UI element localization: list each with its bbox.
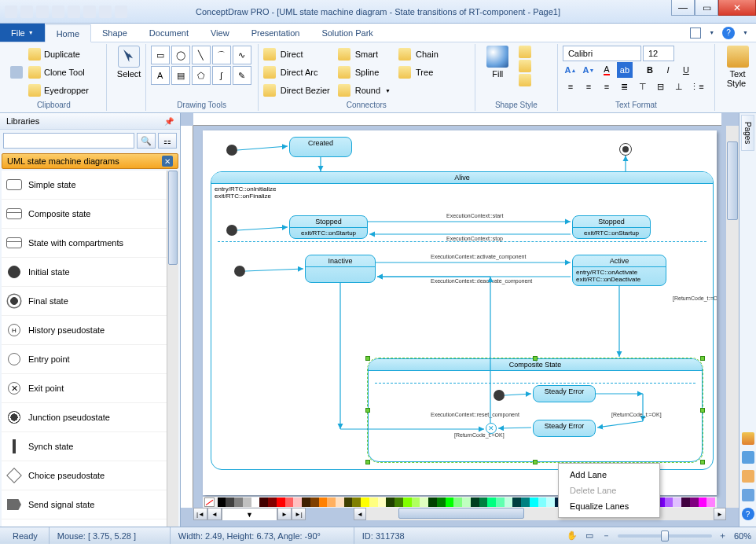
state-steady-error-1[interactable]: Steady Error [533,385,596,402]
color-swatch[interactable] [403,497,412,507]
library-item[interactable]: Choice pseudostate [2,461,178,490]
font-color-button[interactable]: A [599,62,615,78]
fit-page-icon[interactable]: ▭ [583,530,596,542]
no-color-swatch[interactable] [204,497,215,507]
duplicate-button[interactable]: Duplicate [28,46,101,63]
rt-tool-3[interactable] [742,470,754,483]
valign-mid-button[interactable]: ⊟ [653,79,669,94]
tool-rect[interactable]: ▭ [151,46,170,64]
state-composite[interactable]: Composite State [368,358,703,462]
selection-handle[interactable] [533,356,538,361]
color-swatch[interactable] [226,497,234,507]
highlight-button[interactable]: ab [617,62,633,78]
pin-icon[interactable]: 📌 [164,117,174,126]
state-active[interactable]: Activeentry/RTC::onActivateexit/RTC::onD… [572,255,666,286]
scrollbar-thumb[interactable] [168,171,178,265]
color-swatch[interactable] [505,497,513,507]
selection-handle[interactable] [700,356,705,361]
align-center-button[interactable]: ≡ [581,79,596,94]
color-swatch[interactable] [378,497,387,507]
close-button[interactable]: ✕ [718,0,756,16]
drawing-tools-grid[interactable]: ▭ ◯ ╲ ⌒ ∿ A ▤ ⬠ ∫ ✎ [151,46,253,85]
color-swatch[interactable] [344,497,353,507]
font-select[interactable]: Calibri [563,46,641,61]
color-swatch[interactable] [243,497,251,507]
color-swatch[interactable] [420,497,428,507]
color-swatch[interactable] [496,497,505,507]
text-style-button[interactable]: Text Style [720,46,755,88]
pages-tab[interactable]: Pages [741,115,754,151]
library-item[interactable]: HHistory pseudostate [2,316,178,345]
qat-redo-icon[interactable] [99,6,112,18]
library-item[interactable]: Junction pseudostate [2,403,178,432]
valign-top-button[interactable]: ⊤ [635,79,651,94]
color-swatch[interactable] [681,497,690,507]
color-swatch[interactable] [277,497,285,507]
tab-document[interactable]: Document [138,24,200,42]
library-item[interactable]: Synch state [2,432,178,461]
color-swatch[interactable] [336,497,344,507]
color-swatch[interactable] [453,497,462,507]
vscroll-thumb[interactable] [727,141,738,220]
color-swatch[interactable] [462,497,471,507]
italic-button[interactable]: I [660,62,676,78]
tool-line[interactable]: ╲ [192,46,211,64]
tab-last-button[interactable]: ►| [292,508,306,520]
color-swatch[interactable] [471,497,479,507]
qat-print-icon[interactable] [68,6,80,18]
ctx-add-lane[interactable]: Add Lane [559,467,659,483]
conn-smart[interactable]: Smart [338,46,391,63]
align-left-button[interactable]: ≡ [563,79,578,94]
minimize-button[interactable]: — [671,0,695,16]
qat-open-icon[interactable] [36,6,49,18]
color-swatch[interactable] [428,497,437,507]
zoom-percent[interactable]: 60% [734,531,751,541]
qat-new-icon[interactable] [20,6,33,18]
final-state[interactable] [619,143,632,156]
help-button[interactable]: ? [722,27,735,39]
close-library-icon[interactable]: ✕ [162,156,173,167]
font-size-select[interactable]: 12 [643,46,674,61]
justify-button[interactable]: ≣ [617,79,633,94]
conn-chain[interactable]: Chain [398,46,439,63]
conn-tree[interactable]: Tree [398,64,439,81]
tab-first-button[interactable]: |◄ [193,508,207,520]
tab-presentation[interactable]: Presentation [240,24,311,42]
paste-button[interactable] [6,46,27,99]
valign-bot-button[interactable]: ⊥ [671,79,687,94]
pan-tool-icon[interactable]: ✋ [566,530,578,542]
color-swatch[interactable] [546,497,555,507]
color-swatch[interactable] [259,497,268,507]
color-swatch[interactable] [218,497,226,507]
color-swatch[interactable] [673,497,681,507]
fill-button[interactable]: Fill [480,46,516,79]
color-swatch[interactable] [690,497,699,507]
color-swatch[interactable] [512,497,521,507]
color-swatch[interactable] [285,497,294,507]
bullets-button[interactable]: ⋮≡ [689,79,705,94]
state-created[interactable]: Created [289,137,352,157]
hscroll-thumb[interactable] [398,508,524,519]
state-steady-error-2[interactable]: Steady Error [533,420,596,437]
line-style-icon[interactable] [519,60,531,72]
initial-state[interactable] [494,390,505,401]
zoom-slider[interactable] [618,534,712,538]
color-swatch[interactable] [530,497,538,507]
tool-freeform[interactable]: ✎ [233,66,251,85]
hscroll-left[interactable]: ◄ [354,508,366,520]
color-swatch[interactable] [538,497,547,507]
tab-solution-park[interactable]: Solution Park [310,24,384,42]
conn-direct[interactable]: Direct [263,46,330,63]
tool-arc[interactable]: ⌒ [212,46,231,64]
workspace-icon[interactable] [690,28,701,39]
color-swatch[interactable] [706,497,715,507]
selection-handle[interactable] [700,460,705,464]
color-swatch[interactable] [310,497,319,507]
library-options-button[interactable]: ⚏ [158,133,177,149]
qat-undo-icon[interactable] [83,6,96,18]
color-swatch[interactable] [699,497,707,507]
color-swatch[interactable] [437,497,446,507]
library-item[interactable]: ✕Exit point [2,374,178,403]
library-item[interactable]: Composite state [2,200,178,229]
rt-tool-4[interactable] [742,489,754,501]
